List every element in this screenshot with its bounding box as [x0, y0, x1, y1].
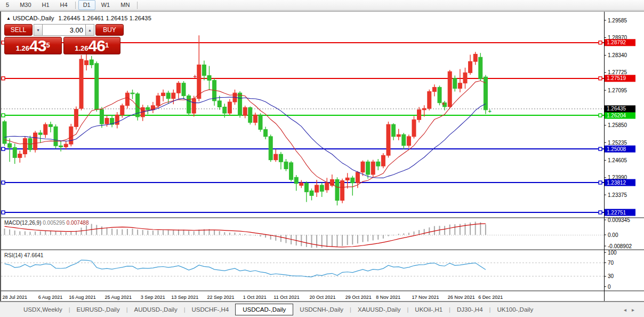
candle-body	[387, 124, 390, 155]
level-line-handle[interactable]	[599, 41, 602, 44]
candle-body	[38, 133, 42, 134]
level-line-handle[interactable]	[2, 114, 5, 117]
buy-button[interactable]: BUY	[95, 24, 124, 36]
candle-body	[259, 115, 262, 129]
svg-text:11 Oct 2021: 11 Oct 2021	[273, 295, 299, 300]
level-line-handle[interactable]	[599, 114, 602, 117]
level-line-handle[interactable]	[2, 147, 5, 150]
candle-body	[187, 96, 191, 113]
candle-body	[407, 137, 410, 146]
sell-price-big: 43	[29, 38, 46, 53]
tab-xauusd[interactable]: XAUUSD-,Daily	[351, 304, 407, 315]
volume-input[interactable]	[43, 24, 85, 36]
buy-price-pip: 1	[105, 37, 109, 53]
trading-terminal: 5M30H1H4D1W1MN +++1.295851.289701.283401…	[0, 0, 644, 317]
svg-text:3 Sep 2021: 3 Sep 2021	[141, 295, 165, 300]
svg-text:1.28340: 1.28340	[608, 52, 627, 58]
sell-price-prefix: 1.26	[16, 43, 29, 53]
candle-body	[243, 108, 247, 116]
tab-ukoil[interactable]: UKOil-,H1	[408, 304, 449, 315]
candle-body	[54, 126, 58, 146]
chart-marker-cross: +	[194, 73, 197, 80]
candle-body	[192, 99, 196, 113]
candle-body	[351, 178, 355, 183]
candle-body	[115, 115, 119, 124]
candle-body	[253, 115, 257, 122]
level-line-handle[interactable]	[599, 77, 602, 80]
svg-text:30: 30	[608, 273, 614, 279]
svg-text:8 Nov 2021: 8 Nov 2021	[376, 295, 400, 300]
price-tag-1.23812: 1.23812	[605, 179, 635, 186]
timeframe-button-5[interactable]: 5	[1, 0, 14, 10]
timeframe-button-h1[interactable]: H1	[37, 0, 54, 10]
candle-body	[269, 137, 272, 160]
candle-body	[284, 162, 288, 169]
candle-body	[120, 106, 124, 115]
candle-body	[274, 154, 278, 160]
buy-price-button[interactable]: 1.26461	[63, 37, 121, 54]
candle-body	[473, 54, 477, 61]
svg-text:26 Nov 2021: 26 Nov 2021	[448, 295, 475, 300]
tab-usdcnh[interactable]: USDCNH-,Daily	[293, 304, 350, 315]
candle-body	[479, 57, 482, 79]
candle-body	[182, 83, 186, 96]
candle-body	[356, 172, 359, 183]
symbol-tab-bar: ◂▸ USDX,Weekly|EURUSD-,Daily|AUDUSD-,Dai…	[0, 302, 644, 317]
collapse-panel-icon[interactable]: ▲	[6, 16, 11, 21]
timeframe-button-m30[interactable]: M30	[15, 0, 36, 10]
tab-dj30[interactable]: DJ30-,H4	[450, 304, 489, 315]
tab-usdchf[interactable]: USDCHF-,H4	[186, 304, 236, 315]
candle-body	[345, 178, 349, 180]
candle-body	[402, 134, 406, 146]
level-line-handle[interactable]	[2, 211, 5, 214]
svg-text:6 Dec 2021: 6 Dec 2021	[478, 295, 503, 300]
sell-price-pip: 5	[46, 37, 50, 53]
level-line-handle[interactable]	[599, 211, 602, 214]
svg-text:0.009345: 0.009345	[608, 217, 630, 223]
tab-usdcad[interactable]: USDCAD-,Daily	[235, 304, 293, 315]
tab-eurusd[interactable]: EURUSD-,Daily	[70, 304, 126, 315]
candle-body	[264, 130, 268, 137]
candle-body	[79, 59, 83, 108]
candle-body	[428, 92, 431, 109]
svg-text:29 Oct 2021: 29 Oct 2021	[345, 295, 372, 300]
price-tag-1.25008: 1.25008	[605, 146, 635, 153]
candle-body	[23, 139, 27, 154]
candle-body	[131, 93, 134, 94]
level-line-handle[interactable]	[599, 147, 602, 150]
level-line-handle[interactable]	[599, 181, 602, 184]
candle-body	[310, 191, 313, 195]
timeframe-button-mn[interactable]: MN	[116, 0, 134, 10]
timeframe-button-h4[interactable]: H4	[55, 0, 73, 10]
volume-increase-button[interactable]: ▲	[85, 24, 94, 36]
buy-price-prefix: 1.26	[75, 43, 88, 53]
candle-body	[458, 83, 462, 89]
time-axis-labels: 28 Jul 20216 Aug 202116 Aug 202125 Aug 2…	[3, 295, 503, 300]
chart-title: ▲USDCAD-,Daily1.26445 1.26461 1.26415 1.…	[6, 15, 151, 21]
chart-marker-cross: +	[441, 100, 445, 107]
svg-text:6 Aug 2021: 6 Aug 2021	[38, 295, 63, 300]
svg-text:1.28792: 1.28792	[607, 39, 626, 45]
candle-body	[218, 101, 221, 107]
tab-scroll-arrows[interactable]: ◂▸	[624, 307, 640, 313]
candle-body	[34, 133, 37, 150]
timeframe-button-d1[interactable]: D1	[78, 0, 95, 10]
candle-body	[463, 73, 467, 83]
candle-body	[8, 144, 12, 147]
level-line-handle[interactable]	[2, 77, 5, 80]
candle-body	[315, 185, 319, 192]
volume-decrease-button[interactable]: ▼	[34, 24, 43, 36]
candle-body	[228, 102, 231, 113]
level-line-handle[interactable]	[2, 181, 5, 184]
tab-audusd[interactable]: AUDUSD-,Daily	[128, 304, 184, 315]
candle-body	[330, 179, 334, 185]
candle-body	[238, 93, 242, 115]
timeframe-button-w1[interactable]: W1	[96, 0, 115, 10]
candle-body	[320, 185, 324, 192]
price-chart[interactable]: +++1.295851.289701.283401.277251.270951.…	[0, 11, 644, 302]
tab-uk100[interactable]: UK100-,Daily	[490, 304, 540, 315]
sell-price-button[interactable]: 1.26435	[4, 37, 62, 54]
tab-usdx[interactable]: USDX,Weekly	[17, 304, 69, 315]
sell-button[interactable]: SELL	[4, 24, 33, 36]
timeframe-toolbar: 5M30H1H4D1W1MN	[0, 0, 644, 11]
